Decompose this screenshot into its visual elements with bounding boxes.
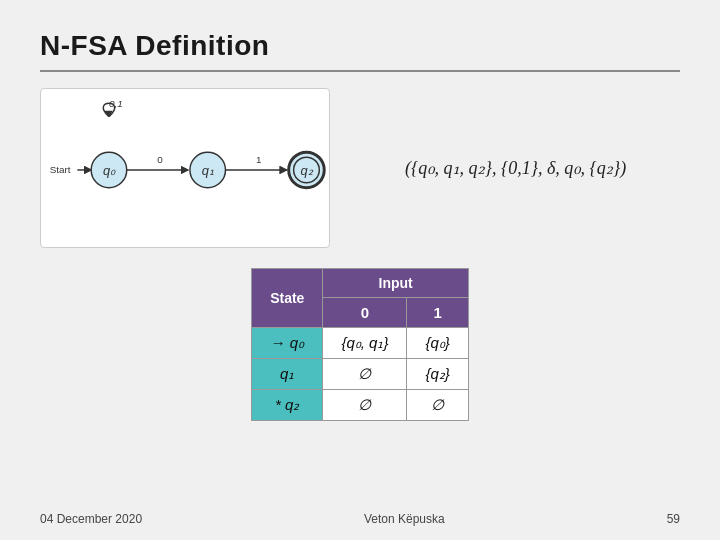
formula-area: ({q₀, q₁, q₂}, {0,1}, δ, q₀, {q₂}) xyxy=(350,88,680,248)
svg-text:Start: Start xyxy=(50,164,71,175)
footer-page: 59 xyxy=(667,512,680,526)
data-cell-1: ∅ xyxy=(407,390,468,421)
fsa-diagram: 0,1 Start q₀ 0 q₁ 1 xyxy=(40,88,330,248)
footer-date: 04 December 2020 xyxy=(40,512,142,526)
footer-author: Veton Këpuska xyxy=(364,512,445,526)
table-row: → q₀{q₀, q₁}{q₀} xyxy=(252,328,469,359)
svg-text:q₂: q₂ xyxy=(300,163,313,178)
state-cell: * q₂ xyxy=(252,390,323,421)
svg-text:q₁: q₁ xyxy=(202,163,214,178)
input-col-header: Input xyxy=(323,269,468,298)
table-row: * q₂∅∅ xyxy=(252,390,469,421)
table-area: State Input 0 1 → q₀{q₀, q₁}{q₀}q₁∅{q₂}*… xyxy=(40,268,680,421)
footer: 04 December 2020 Veton Këpuska 59 xyxy=(0,512,720,526)
col1-header: 1 xyxy=(407,298,468,328)
svg-text:q₀: q₀ xyxy=(103,163,116,178)
slide: N-FSA Definition 0,1 Start q₀ 0 xyxy=(0,0,720,540)
state-cell: q₁ xyxy=(252,359,323,390)
content-area: 0,1 Start q₀ 0 q₁ 1 xyxy=(40,88,680,248)
svg-text:0: 0 xyxy=(157,154,163,165)
col0-header: 0 xyxy=(323,298,407,328)
page-title: N-FSA Definition xyxy=(40,30,680,62)
formula-text: ({q₀, q₁, q₂}, {0,1}, δ, q₀, {q₂}) xyxy=(400,136,630,201)
data-cell-0: ∅ xyxy=(323,359,407,390)
svg-text:({q₀, q₁, q₂}, {0,1}, δ, q₀, {: ({q₀, q₁, q₂}, {0,1}, δ, q₀, {q₂}) xyxy=(405,158,626,179)
transition-table: State Input 0 1 → q₀{q₀, q₁}{q₀}q₁∅{q₂}*… xyxy=(251,268,469,421)
table-row: q₁∅{q₂} xyxy=(252,359,469,390)
data-cell-1: {q₀} xyxy=(407,328,468,359)
data-cell-0: ∅ xyxy=(323,390,407,421)
title-area: N-FSA Definition xyxy=(40,30,680,72)
state-col-header: State xyxy=(252,269,323,328)
data-cell-1: {q₂} xyxy=(407,359,468,390)
svg-text:1: 1 xyxy=(256,154,261,165)
state-cell: → q₀ xyxy=(252,328,323,359)
data-cell-0: {q₀, q₁} xyxy=(323,328,407,359)
